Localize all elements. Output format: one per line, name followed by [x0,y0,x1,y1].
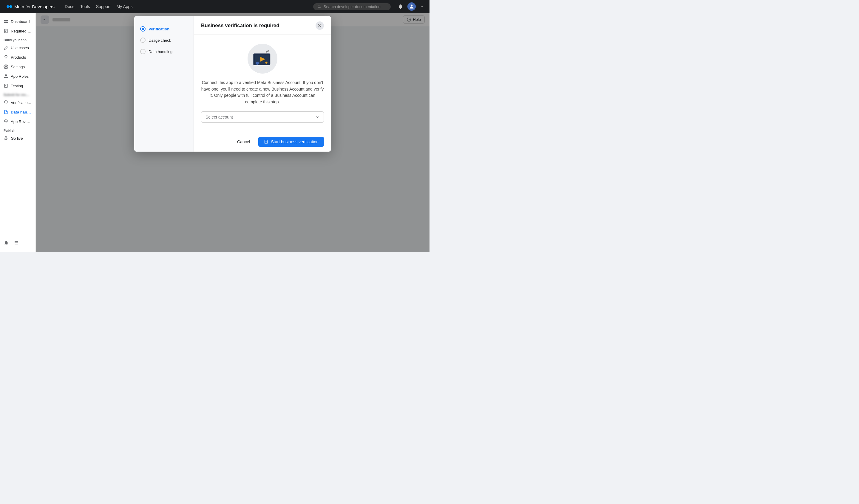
sidebar-item-products[interactable]: Products [0,52,35,62]
modal-title: Business verification is required [201,22,280,29]
meta-icon [6,3,13,10]
lightbulb-icon [3,55,8,60]
person-icon [3,74,8,79]
nav-docs[interactable]: Docs [65,4,74,9]
wand-icon [3,45,8,50]
nav-right [398,2,423,11]
svg-rect-4 [4,22,6,23]
meta-logo[interactable]: Meta for Developers [6,3,55,10]
step-usagecheck[interactable]: Usage check [134,34,194,46]
nav-links: Docs Tools Support My Apps [65,4,132,9]
nav-myapps[interactable]: My Apps [117,4,133,9]
chevron-down-icon [315,115,319,119]
business-illustration [247,44,277,74]
app-content: Help Verification Usage check [36,13,430,252]
step-usagecheck-label: Usage check [149,38,171,43]
search-icon [317,4,321,9]
gear-icon [3,64,8,69]
svg-point-13 [256,62,259,65]
modal-close-button[interactable] [316,21,324,30]
sidebar-item-approles[interactable]: App Roles [0,72,35,81]
modal-footer: Cancel Start business verification [194,132,331,152]
sidebar-item-verification[interactable]: Verificatio… [0,98,35,107]
sidebar-item-approles-label: App Roles [11,74,29,79]
modal-overlay: Verification Usage check Data handling B… [36,13,430,252]
step-circle-usagecheck [140,37,146,43]
sidebar-item-datahandling-label: Data hand… [11,110,32,114]
submit-section-label: Submit for rev… [0,91,35,98]
start-verification-label: Start business verification [271,139,318,144]
sidebar-item-dashboard-label: Dashboard [11,19,30,24]
sidebar-item-datahandling[interactable]: Data hand… [0,107,35,117]
step-circle-verification [140,26,146,32]
nav-tools[interactable]: Tools [80,4,90,9]
modal-body: Connect this app to a verified Meta Busi… [194,35,331,132]
sidebar-item-required[interactable]: Required a… [0,26,35,36]
notification-icon[interactable] [3,240,9,246]
nav-support[interactable]: Support [96,4,111,9]
verification-start-icon [264,139,269,144]
user-icon [409,4,414,9]
svg-point-7 [5,66,6,67]
dropdown-arrow-icon[interactable] [420,5,423,8]
svg-rect-5 [6,22,8,23]
sidebar-item-usecases-label: Use cases [11,46,29,50]
svg-rect-3 [6,20,8,21]
business-verification-modal: Verification Usage check Data handling B… [134,16,331,152]
user-avatar[interactable] [407,2,416,11]
briefcase-illustration-icon [252,48,273,69]
sidebar-item-testing-label: Testing [11,84,23,88]
sidebar-item-golive-label: Go live [11,136,22,141]
svg-point-14 [266,62,268,64]
sidebar-bottom [0,237,35,249]
document-icon [3,110,8,114]
sidebar-item-products-label: Products [11,55,26,60]
clipboard-icon [3,29,8,33]
build-section-label: Build your app [0,36,35,43]
step-verification[interactable]: Verification [134,23,194,34]
sidebar-item-appreview[interactable]: App Revie… [0,117,35,126]
select-account-placeholder: Select account [206,115,233,120]
search-bar[interactable] [313,3,391,10]
publish-section-label: Publish [0,126,35,133]
svg-rect-2 [4,20,6,21]
modal-content-panel: Business verification is required [194,16,331,152]
shield2-icon [3,119,8,124]
clipboard2-icon [3,83,8,88]
sidebar-item-testing[interactable]: Testing [0,81,35,91]
search-input[interactable] [323,4,387,9]
modal-header: Business verification is required [194,16,331,35]
rocket-icon [3,136,8,141]
sidebar-item-appreview-label: App Revie… [11,120,32,124]
svg-rect-17 [265,140,268,144]
select-account-dropdown[interactable]: Select account [201,111,324,123]
shield-icon [3,100,8,105]
modal-steps-panel: Verification Usage check Data handling [134,16,194,152]
grid-icon [3,19,8,24]
cancel-button[interactable]: Cancel [232,137,255,146]
step-circle-datahandling [140,49,146,54]
close-icon [318,23,322,28]
bell-icon[interactable] [398,4,403,9]
top-navigation: Meta for Developers Docs Tools Support M… [0,0,430,13]
sidebar-item-usecases[interactable]: Use cases [0,43,35,52]
start-verification-button[interactable]: Start business verification [258,137,324,147]
svg-rect-15 [266,50,270,53]
sidebar-item-golive[interactable]: Go live [0,133,35,143]
sidebar-item-settings-label: Settings [11,65,25,69]
modal-description: Connect this app to a verified Meta Busi… [201,80,324,106]
step-datahandling[interactable]: Data handling [134,46,194,57]
svg-line-1 [320,7,321,8]
step-datahandling-label: Data handling [149,49,172,54]
svg-point-0 [318,5,320,7]
sidebar-item-required-label: Required a… [11,29,32,33]
menu-icon[interactable] [14,240,19,246]
sidebar-item-verification-label: Verificatio… [11,100,31,105]
sidebar-item-dashboard[interactable]: Dashboard [0,17,35,26]
sidebar-item-settings[interactable]: Settings [0,62,35,72]
sidebar: Dashboard Required a… Build your app Use… [0,13,36,252]
step-verification-label: Verification [149,27,169,31]
